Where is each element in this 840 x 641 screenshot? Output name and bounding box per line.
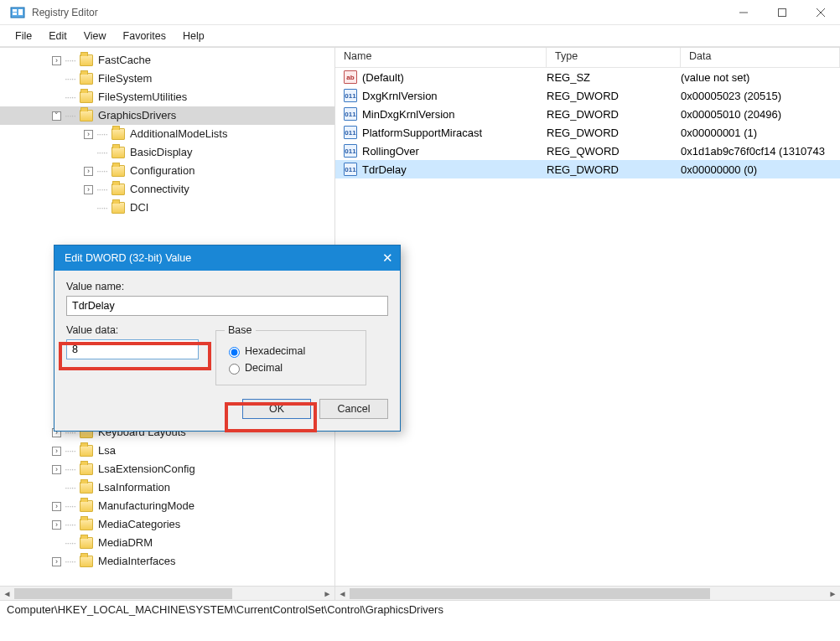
col-header-data[interactable]: Data xyxy=(681,48,840,67)
folder-icon xyxy=(80,556,93,567)
radio-hex-input[interactable] xyxy=(229,347,240,358)
tree-line: ····· xyxy=(96,180,107,199)
collapse-icon[interactable]: ˅ xyxy=(52,111,61,121)
menu-edit[interactable]: Edit xyxy=(40,28,75,44)
tree-line: ····· xyxy=(65,88,75,106)
svg-rect-5 xyxy=(779,8,786,16)
list-row[interactable]: 011PlatformSupportMiracastREG_DWORD0x000… xyxy=(335,123,840,142)
tree-node[interactable]: ·····LsaInformation xyxy=(0,478,334,497)
tree-node[interactable]: ›·····FastCache xyxy=(0,51,334,70)
tree-node[interactable]: ›·····Connectivity xyxy=(0,180,334,199)
tree-node[interactable]: ·····BasicDisplay xyxy=(0,143,334,162)
value-name: MinDxgKrnlVersion xyxy=(362,108,455,121)
value-type: REG_SZ xyxy=(547,71,681,84)
expand-icon[interactable]: › xyxy=(52,465,61,474)
tree-line: ····· xyxy=(65,51,75,70)
scroll-right-icon[interactable]: ► xyxy=(826,587,840,601)
folder-icon xyxy=(80,445,93,457)
menu-favorites[interactable]: Favorites xyxy=(115,28,174,44)
tree-node[interactable]: ›·····ManufacturingMode xyxy=(0,497,334,515)
maximize-button[interactable] xyxy=(763,0,801,25)
expand-icon[interactable]: › xyxy=(84,167,93,176)
list-row[interactable]: 011MinDxgKrnlVersionREG_DWORD0x00005010 … xyxy=(335,105,840,123)
value-name-input[interactable] xyxy=(66,296,388,316)
tree-node[interactable]: ·····DCI xyxy=(0,199,334,217)
tree-top[interactable]: ›·····FastCache·····FileSystem·····FileS… xyxy=(0,48,334,217)
scroll-thumb[interactable] xyxy=(350,588,710,599)
expand-icon[interactable]: › xyxy=(52,56,61,65)
value-name: TdrDelay xyxy=(362,163,407,176)
radio-dec-input[interactable] xyxy=(229,364,240,375)
radio-dec[interactable]: Decimal xyxy=(225,361,357,375)
svg-rect-3 xyxy=(18,9,23,15)
tree-label: MediaCategories xyxy=(98,515,180,534)
expand-icon[interactable]: › xyxy=(84,130,93,139)
dialog-close-icon[interactable]: ✕ xyxy=(382,251,393,266)
list-rows: ab(Default)REG_SZ(value not set)011DxgKr… xyxy=(335,68,840,178)
expand-icon[interactable]: › xyxy=(52,520,61,530)
dialog-title-bar[interactable]: Edit DWORD (32-bit) Value ✕ xyxy=(54,246,400,271)
scroll-thumb[interactable] xyxy=(14,588,232,599)
status-bar: Computer\HKEY_LOCAL_MACHINE\SYSTEM\Curre… xyxy=(0,600,840,620)
list-row[interactable]: ab(Default)REG_SZ(value not set) xyxy=(335,68,840,86)
svg-rect-2 xyxy=(13,13,17,15)
tree-node[interactable]: ›·····AdditionalModeLists xyxy=(0,125,334,143)
tree-node[interactable]: ·····FileSystem xyxy=(0,70,334,88)
svg-line-6 xyxy=(817,8,825,17)
expand-icon[interactable]: › xyxy=(84,185,93,194)
scroll-left-icon[interactable]: ◄ xyxy=(0,587,14,601)
toggle-blank xyxy=(52,93,61,102)
tree-node[interactable]: ·····MediaDRM xyxy=(0,534,334,552)
tree-node[interactable]: ˅·····GraphicsDrivers xyxy=(0,106,334,125)
expand-icon[interactable]: › xyxy=(52,557,61,566)
tree-line: ····· xyxy=(65,478,75,497)
tree-node[interactable]: ›·····Configuration xyxy=(0,162,334,180)
list-row[interactable]: 011TdrDelayREG_DWORD0x00000000 (0) xyxy=(335,160,840,178)
toggle-blank xyxy=(52,75,61,84)
value-name-label: Value name: xyxy=(66,281,388,292)
list-hscroll[interactable]: ◄ ► xyxy=(335,586,840,600)
expand-icon[interactable]: › xyxy=(52,502,61,511)
tree-label: Configuration xyxy=(130,162,194,180)
col-header-name[interactable]: Name xyxy=(335,48,547,67)
menu-help[interactable]: Help xyxy=(174,28,213,44)
ok-button[interactable]: OK xyxy=(242,399,311,419)
list-pane: Name Type Data ab(Default)REG_SZ(value n… xyxy=(335,48,840,600)
tree-node[interactable]: ·····FileSystemUtilities xyxy=(0,88,334,106)
svg-rect-1 xyxy=(13,9,17,12)
tree-bottom[interactable]: ›·····Keyboard Layouts›·····Lsa›·····Lsa… xyxy=(0,420,334,571)
tree-label: GraphicsDrivers xyxy=(98,106,176,125)
binary-value-icon: 011 xyxy=(344,126,357,139)
cancel-button[interactable]: Cancel xyxy=(319,399,388,419)
folder-icon xyxy=(80,537,93,549)
list-row[interactable]: 011RollingOverREG_QWORD0x1d1ab9c76f0cf14… xyxy=(335,142,840,160)
tree-line: ····· xyxy=(96,162,107,180)
value-data-input[interactable] xyxy=(66,339,199,359)
tree-node[interactable]: ›·····MediaCategories xyxy=(0,515,334,534)
tree-node[interactable]: ›·····Lsa xyxy=(0,442,334,460)
tree-label: FileSystemUtilities xyxy=(98,88,187,106)
binary-value-icon: 011 xyxy=(344,107,357,121)
minimize-button[interactable] xyxy=(724,0,763,25)
list-header[interactable]: Name Type Data xyxy=(335,48,840,68)
close-button[interactable] xyxy=(801,0,840,25)
col-header-type[interactable]: Type xyxy=(547,48,681,67)
folder-icon xyxy=(80,73,93,85)
tree-label: DCI xyxy=(130,199,148,217)
folder-icon xyxy=(80,463,93,475)
menu-view[interactable]: View xyxy=(75,28,115,44)
edit-dword-dialog: Edit DWORD (32-bit) Value ✕ Value name: … xyxy=(54,245,401,432)
scroll-left-icon[interactable]: ◄ xyxy=(335,587,350,601)
list-row[interactable]: 011DxgKrnlVersionREG_DWORD0x00005023 (20… xyxy=(335,86,840,105)
tree-node[interactable]: ›·····LsaExtensionConfig xyxy=(0,460,334,478)
radio-hex-label: Hexadecimal xyxy=(245,345,305,357)
menu-file[interactable]: File xyxy=(7,28,40,44)
folder-icon xyxy=(80,54,93,66)
expand-icon[interactable]: › xyxy=(52,447,61,456)
tree-node[interactable]: ›·····MediaInterfaces xyxy=(0,552,334,571)
radio-hex[interactable]: Hexadecimal xyxy=(225,344,357,358)
tree-label: MediaInterfaces xyxy=(98,552,176,571)
scroll-right-icon[interactable]: ► xyxy=(320,587,334,601)
tree-label: Connectivity xyxy=(130,180,189,199)
tree-hscroll[interactable]: ◄ ► xyxy=(0,586,334,600)
